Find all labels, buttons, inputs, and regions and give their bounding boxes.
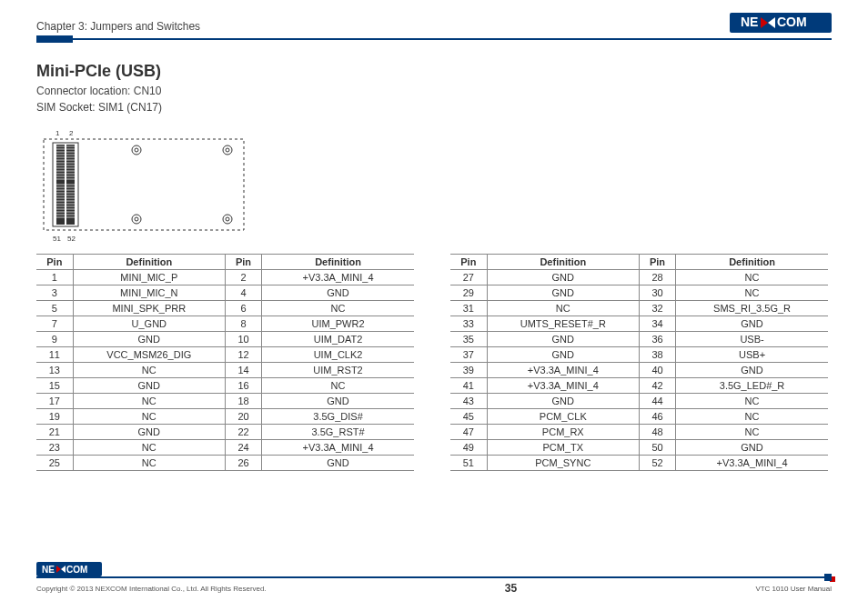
def-cell: GND bbox=[487, 285, 639, 301]
svg-point-63 bbox=[226, 148, 229, 152]
def-cell: GND bbox=[487, 394, 639, 409]
copyright-text: Copyright © 2013 NEXCOM International Co… bbox=[36, 585, 267, 593]
def-cell: NC bbox=[676, 270, 828, 285]
pin-cell: 19 bbox=[36, 409, 73, 425]
svg-text:NE: NE bbox=[42, 565, 55, 575]
col-def: Definition bbox=[487, 255, 639, 270]
pin-cell: 24 bbox=[225, 440, 261, 456]
pin-cell: 25 bbox=[36, 456, 73, 471]
pin-cell: 51 bbox=[450, 456, 487, 471]
pin-cell: 52 bbox=[639, 456, 675, 471]
def-cell: GND bbox=[676, 363, 828, 378]
pin-cell: 33 bbox=[450, 316, 487, 332]
pin-cell: 21 bbox=[36, 425, 73, 440]
table-row: 3MINI_MIC_N4GND bbox=[36, 285, 414, 301]
table-row: 15GND16NC bbox=[36, 378, 414, 394]
svg-marker-69 bbox=[56, 566, 61, 573]
def-cell: U_GND bbox=[73, 316, 225, 332]
svg-point-66 bbox=[223, 215, 232, 224]
pin-cell: 16 bbox=[225, 378, 261, 394]
pin-cell: 32 bbox=[639, 301, 675, 316]
def-cell: MINI_SPK_PRR bbox=[73, 301, 225, 316]
def-cell: GND bbox=[73, 332, 225, 347]
pin-table-right: Pin Definition Pin Definition 27GND28NC2… bbox=[450, 254, 828, 471]
pin-cell: 36 bbox=[639, 332, 675, 347]
def-cell: NC bbox=[73, 440, 225, 456]
col-pin: Pin bbox=[639, 255, 675, 270]
table-row: 49PCM_TX50GND bbox=[450, 440, 828, 456]
svg-point-62 bbox=[223, 145, 232, 155]
col-def: Definition bbox=[676, 255, 828, 270]
svg-marker-1 bbox=[761, 17, 768, 28]
svg-point-64 bbox=[132, 215, 141, 224]
def-cell: GND bbox=[262, 456, 414, 471]
table-row: 29GND30NC bbox=[450, 285, 828, 301]
page-number: 35 bbox=[505, 582, 517, 595]
pin-cell: 17 bbox=[36, 394, 73, 409]
pin-cell: 12 bbox=[225, 347, 261, 363]
table-row: 21GND223.5G_RST# bbox=[36, 425, 414, 440]
pin-cell: 30 bbox=[639, 285, 675, 301]
table-row: 17NC18GND bbox=[36, 394, 414, 409]
pin-cell: 22 bbox=[225, 425, 261, 440]
table-row: 33UMTS_RESET#_R34GND bbox=[450, 316, 828, 332]
pin-cell: 38 bbox=[639, 347, 675, 363]
table-row: 35GND36USB- bbox=[450, 332, 828, 347]
pin-cell: 47 bbox=[450, 425, 487, 440]
pin-label-51: 51 bbox=[53, 235, 61, 243]
def-cell: +V3.3A_MINI_4 bbox=[262, 270, 414, 285]
def-cell: GND bbox=[262, 285, 414, 301]
svg-text:NE: NE bbox=[741, 15, 758, 29]
table-row: 13NC14UIM_RST2 bbox=[36, 363, 414, 378]
pin-cell: 44 bbox=[639, 394, 675, 409]
sim-socket: SIM Socket: SIM1 (CN17) bbox=[36, 101, 832, 114]
pin-cell: 8 bbox=[225, 316, 261, 332]
pin-cell: 15 bbox=[36, 378, 73, 394]
def-cell: USB+ bbox=[676, 347, 828, 363]
connector-location: Connector location: CN10 bbox=[36, 85, 832, 97]
def-cell: GND bbox=[262, 394, 414, 409]
svg-text:COM: COM bbox=[777, 15, 807, 29]
def-cell: PCM_TX bbox=[487, 440, 639, 456]
svg-marker-70 bbox=[61, 566, 66, 573]
def-cell: NC bbox=[676, 425, 828, 440]
pin-cell: 20 bbox=[225, 409, 261, 425]
table-row: 11VCC_MSM26_DIG12UIM_CLK2 bbox=[36, 347, 414, 363]
pin-cell: 34 bbox=[639, 316, 675, 332]
col-pin: Pin bbox=[36, 255, 73, 270]
def-cell: SMS_RI_3.5G_R bbox=[676, 301, 828, 316]
pin-cell: 39 bbox=[450, 363, 487, 378]
pin-cell: 6 bbox=[225, 301, 261, 316]
def-cell: NC bbox=[73, 409, 225, 425]
svg-point-60 bbox=[132, 145, 141, 155]
table-row: 5MINI_SPK_PRR6NC bbox=[36, 301, 414, 316]
def-cell: GND bbox=[73, 425, 225, 440]
def-cell: 3.5G_DIS# bbox=[262, 409, 414, 425]
def-cell: UMTS_RESET#_R bbox=[487, 316, 639, 332]
header-rule bbox=[36, 38, 832, 40]
def-cell: +V3.3A_MINI_4 bbox=[487, 363, 639, 378]
pin-cell: 10 bbox=[225, 332, 261, 347]
def-cell: PCM_RX bbox=[487, 425, 639, 440]
table-row: 9GND10UIM_DAT2 bbox=[36, 332, 414, 347]
table-row: 43GND44NC bbox=[450, 394, 828, 409]
table-row: 25NC26GND bbox=[36, 456, 414, 471]
pin-cell: 31 bbox=[450, 301, 487, 316]
pin-cell: 26 bbox=[225, 456, 261, 471]
def-cell: 3.5G_RST# bbox=[262, 425, 414, 440]
pin-cell: 29 bbox=[450, 285, 487, 301]
pin-label-2: 2 bbox=[69, 129, 74, 137]
svg-text:COM: COM bbox=[66, 565, 87, 575]
table-row: 51PCM_SYNC52+V3.3A_MINI_4 bbox=[450, 456, 828, 471]
table-row: 41+V3.3A_MINI_4423.5G_LED#_R bbox=[450, 378, 828, 394]
table-row: 1MINI_MIC_P2+V3.3A_MINI_4 bbox=[36, 270, 414, 285]
def-cell: UIM_DAT2 bbox=[262, 332, 414, 347]
col-def: Definition bbox=[73, 255, 225, 270]
def-cell: MINI_MIC_P bbox=[73, 270, 225, 285]
pin-cell: 11 bbox=[36, 347, 73, 363]
pin-cell: 18 bbox=[225, 394, 261, 409]
pin-label-52: 52 bbox=[67, 235, 76, 243]
chapter-title: Chapter 3: Jumpers and Switches bbox=[36, 20, 200, 33]
def-cell: +V3.3A_MINI_4 bbox=[262, 440, 414, 456]
def-cell: NC bbox=[676, 285, 828, 301]
